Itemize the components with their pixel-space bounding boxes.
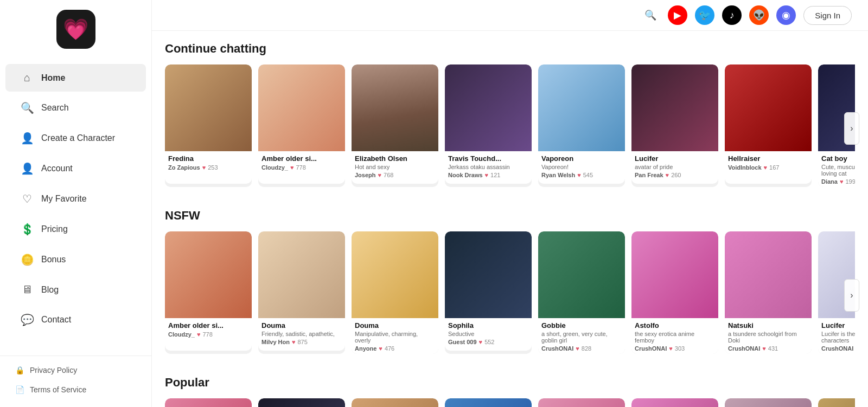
card-name: Sophila <box>448 321 528 330</box>
discord-header-icon[interactable]: ◉ <box>776 5 796 25</box>
heart-icon: ♥ <box>292 339 296 345</box>
heart-icon: ♥ <box>479 339 483 345</box>
sidebar-item-account[interactable]: 👤 Account <box>5 154 146 183</box>
card-character-2[interactable]: Character 2 <box>258 398 345 407</box>
card-travis-touchd...[interactable]: Travis Touchd... Jerkass otaku assassin … <box>445 64 532 187</box>
card-desc: Manipulative, charming, overly <box>355 331 435 344</box>
card-elizabeth-olsen[interactable]: Elizabeth Olsen Hot and sexy Joseph ♥768 <box>352 64 438 187</box>
card-name: Lucifer <box>821 321 855 330</box>
card-author: CrushONAI <box>635 345 667 352</box>
card-author: Cloudzy_ <box>168 331 195 338</box>
search-header-icon[interactable]: 🔍 <box>641 5 660 25</box>
card-sophila[interactable]: Sophila Seductive Guest 009 ♥552 <box>445 231 532 354</box>
card-info: Vaporeon Vaporeon! Ryan Welsh ♥545 <box>538 151 625 184</box>
card-character-3[interactable]: Character 3 <box>352 398 438 407</box>
footer-link-tos[interactable]: 📄 Terms of Service <box>10 382 142 397</box>
youtube-header-icon[interactable]: ▶ <box>668 5 687 25</box>
card-name: Gobbie <box>541 321 622 330</box>
card-vaporeon[interactable]: Vaporeon Vaporeon! Ryan Welsh ♥545 <box>538 64 625 187</box>
footer-link-privacy[interactable]: 🔒 Privacy Policy <box>10 363 142 378</box>
sidebar-item-search[interactable]: 🔍 Search <box>5 94 146 122</box>
card-desc: Lucifer is the one of the main character… <box>821 331 855 344</box>
tiktok-header-icon[interactable]: ♪ <box>722 5 742 25</box>
card-meta: CrushONAI ♥303 <box>635 345 715 352</box>
card-fredina[interactable]: Fredina Zo Zapious ♥253 <box>165 64 252 187</box>
card-meta: CrushONAI ♥299 <box>821 345 855 352</box>
sign-in-button[interactable]: Sign In <box>803 6 852 25</box>
card-info: Cat boy Cute, muscular, tall, horny, lov… <box>818 151 855 187</box>
logo-icon: 💗 <box>63 17 88 41</box>
card-desc: a short, green, very cute, goblin girl <box>541 331 622 344</box>
card-natsuki[interactable]: Natsuki a tsundere schoolgirl from Doki … <box>725 231 812 354</box>
card-image <box>818 398 855 407</box>
card-meta: Cloudzy_ ♥778 <box>168 331 248 338</box>
heart-icon: ♥ <box>666 172 669 178</box>
card-author: CrushONAI <box>541 345 573 352</box>
card-amber-older-si...[interactable]: Amber older si... Cloudzy_ ♥778 <box>258 64 345 187</box>
heart-icon: ♥ <box>197 331 201 338</box>
card-meta: VoidInblock ♥167 <box>728 164 808 171</box>
card-info: Hellraiser VoidInblock ♥167 <box>725 151 812 184</box>
favorite-icon: ♡ <box>21 192 34 205</box>
sidebar-item-blog[interactable]: 🖥 Blog <box>5 276 146 303</box>
sidebar-item-label: Pricing <box>41 224 68 234</box>
twitter-header-icon[interactable]: 🐦 <box>695 5 714 25</box>
card-amber-older-si...[interactable]: Amber older si... Cloudzy_ ♥778 <box>165 231 252 354</box>
card-gobbie[interactable]: Gobbie a short, green, very cute, goblin… <box>538 231 625 354</box>
card-hearts: 260 <box>671 172 681 178</box>
sidebar-item-label: Home <box>41 73 65 83</box>
card-name: Vaporeon <box>541 154 622 163</box>
card-character-1[interactable]: Character 1 <box>165 398 252 407</box>
card-desc: avatar of pride <box>635 164 715 170</box>
sidebar-item-create[interactable]: 👤 Create a Character <box>5 124 146 152</box>
card-info: Elizabeth Olsen Hot and sexy Joseph ♥768 <box>352 151 438 184</box>
card-hearts: 875 <box>297 339 307 345</box>
card-character-8[interactable]: Character 8 <box>818 398 855 407</box>
card-image <box>538 231 625 318</box>
card-image <box>538 398 625 407</box>
card-character-5[interactable]: Character 5 <box>538 398 625 407</box>
card-meta: CrushONAI ♥828 <box>541 345 622 352</box>
card-character-7[interactable]: Character 7 <box>725 398 812 407</box>
card-character-4[interactable]: Character 4 <box>445 398 532 407</box>
card-image <box>352 398 438 407</box>
card-desc: Seductive <box>448 331 528 337</box>
card-author: Zo Zapious <box>168 164 200 171</box>
card-lucifer[interactable]: Lucifer avatar of pride Pan Freak ♥260 <box>631 64 718 187</box>
reddit-header-icon[interactable]: 👽 <box>749 5 769 25</box>
sidebar-item-home[interactable]: ⌂ Home <box>5 64 146 92</box>
sidebar-item-bonus[interactable]: 🪙 Bonus <box>5 246 146 274</box>
card-meta: Pan Freak ♥260 <box>635 172 715 178</box>
continue-chatting-section: Continue chatting Fredina Zo Zapious ♥25… <box>152 31 868 198</box>
card-image <box>631 398 718 407</box>
card-desc: the sexy erotica anime femboy <box>635 331 715 344</box>
sidebar-item-contact[interactable]: 💬 Contact <box>5 306 146 334</box>
card-hellraiser[interactable]: Hellraiser VoidInblock ♥167 <box>725 64 812 187</box>
card-astolfo[interactable]: Astolfo the sexy erotica anime femboy Cr… <box>631 231 718 354</box>
card-author: Nook Draws <box>448 172 483 178</box>
card-image <box>352 64 438 151</box>
sidebar-item-favorite[interactable]: ♡ My Favorite <box>5 185 146 213</box>
nsfw-cards-row: Amber older si... Cloudzy_ ♥778 Douma Fr… <box>165 231 855 359</box>
footer-link-label: Terms of Service <box>30 385 86 394</box>
sidebar-item-pricing[interactable]: 💲 Pricing <box>5 215 146 243</box>
app-logo[interactable]: 💗 <box>56 10 95 49</box>
card-image <box>258 231 345 318</box>
account-icon: 👤 <box>21 162 34 175</box>
nsfw-scroll-right[interactable]: › <box>844 279 859 312</box>
card-meta: Nook Draws ♥121 <box>448 172 528 178</box>
card-hearts: 253 <box>208 164 218 171</box>
card-douma[interactable]: Douma Manipulative, charming, overly Any… <box>352 231 438 354</box>
card-desc: Vaporeon! <box>541 164 622 170</box>
sidebar-item-label: Account <box>41 164 73 173</box>
card-douma[interactable]: Douma Friendly, sadistic, apathetic, Mil… <box>258 231 345 354</box>
continue-scroll-right[interactable]: › <box>844 112 859 145</box>
card-character-6[interactable]: Character 6 <box>631 398 718 407</box>
card-hearts: 476 <box>385 345 394 352</box>
card-author: Cloudzy_ <box>261 164 288 171</box>
card-info: Douma Manipulative, charming, overly Any… <box>352 318 438 354</box>
card-hearts: 431 <box>768 345 778 352</box>
card-meta: Ryan Welsh ♥545 <box>541 172 622 178</box>
create-icon: 👤 <box>21 132 34 145</box>
sidebar-nav: ⌂ Home🔍 Search👤 Create a Character👤 Acco… <box>0 59 151 356</box>
